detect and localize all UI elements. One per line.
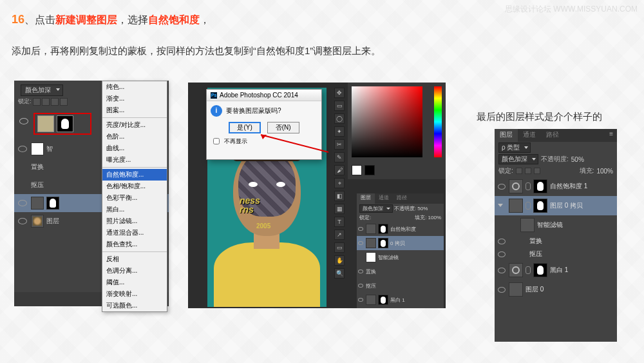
menu-item[interactable]: 纯色... (102, 81, 167, 93)
layer-row[interactable]: 智能滤镜 (357, 250, 444, 264)
menu-item[interactable]: 阈值... (102, 277, 167, 288)
eye-icon[interactable] (498, 287, 506, 293)
layer-row-vibrance[interactable]: 自然饱和度 1 (495, 177, 617, 196)
menu-item[interactable]: 亮度/对比度... (102, 119, 167, 131)
panel-menu-icon[interactable]: ≡ (605, 129, 617, 142)
layer-row-base[interactable]: 图层 0 (495, 280, 617, 299)
eye-icon[interactable] (358, 270, 363, 273)
layer-row[interactable]: 0 拷贝 (357, 236, 444, 250)
layer-thumb[interactable] (31, 215, 44, 228)
eye-icon[interactable] (498, 251, 506, 257)
eye-icon[interactable] (18, 200, 27, 206)
eye-icon[interactable] (358, 284, 363, 288)
layer-row-extrude[interactable]: 抠压 (495, 248, 617, 260)
menu-item[interactable]: 曝光度... (102, 154, 167, 166)
menu-item[interactable]: 反相 (102, 253, 167, 265)
layer-thumb[interactable] (37, 115, 54, 132)
hue-slider[interactable] (434, 86, 442, 157)
layer-row[interactable]: 置换 (357, 264, 444, 279)
gradient-tool-icon[interactable]: ▦ (334, 204, 345, 214)
adj-thumb[interactable] (509, 179, 523, 193)
menu-item[interactable]: 色调分离... (102, 265, 167, 277)
eye-icon[interactable] (18, 218, 27, 224)
layer-thumb[interactable] (509, 199, 523, 213)
lock-icon[interactable] (33, 98, 41, 106)
stamp-tool-icon[interactable]: ⌖ (334, 178, 345, 188)
mask-thumb[interactable] (46, 197, 59, 210)
mask-thumb[interactable] (533, 199, 547, 213)
eye-icon[interactable] (358, 227, 363, 231)
kind-filter-dropdown[interactable]: ρ 类型 (498, 142, 531, 153)
lock-icon[interactable] (42, 98, 50, 106)
wand-tool-icon[interactable]: ✦ (334, 126, 345, 137)
layer-row[interactable]: 自然饱和度 (357, 222, 444, 236)
zoom-tool-icon[interactable]: 🔍 (334, 268, 345, 279)
move-tool-icon[interactable]: ✥ (334, 88, 345, 98)
lock-icon[interactable] (516, 168, 522, 174)
layer-row-smart[interactable]: 智能滤镜 (495, 215, 617, 235)
disclosure-icon[interactable] (498, 204, 503, 210)
eye-icon[interactable] (498, 239, 506, 244)
layer-row-replace[interactable]: 置换 (495, 235, 617, 248)
menu-item[interactable]: 渐变... (102, 93, 167, 104)
tab-layers[interactable]: 图层 (357, 193, 375, 204)
layer-thumb[interactable] (509, 282, 523, 297)
layer-row[interactable]: 黑白 1 (357, 293, 444, 307)
mask-thumb[interactable] (533, 179, 547, 193)
tab-paths[interactable]: 路径 (393, 193, 411, 204)
lock-icon[interactable] (51, 98, 59, 106)
brush-tool-icon[interactable]: 🖌 (334, 165, 345, 175)
layer-row[interactable]: 抠压 (357, 279, 444, 293)
eye-icon[interactable] (18, 146, 27, 152)
blend-mode-dropdown[interactable]: 颜色加深 (21, 84, 63, 96)
menu-item[interactable]: 照片滤镜... (102, 215, 167, 227)
layer-mask-thumb[interactable] (57, 115, 73, 132)
type-tool-icon[interactable]: T (334, 217, 345, 227)
tab-layers[interactable]: 图层 (495, 129, 518, 142)
path-tool-icon[interactable]: ↗ (334, 230, 345, 240)
eyedropper-tool-icon[interactable]: ✎ (334, 152, 345, 162)
layer-thumb[interactable] (366, 238, 376, 248)
tab-paths[interactable]: 路径 (541, 129, 564, 142)
menu-item[interactable]: 图案... (102, 104, 167, 116)
menu-item[interactable]: 色相/饱和度... (102, 181, 167, 192)
link-icon[interactable] (526, 266, 531, 274)
layer-row-bw[interactable]: 黑白 1 (495, 260, 617, 280)
yes-button[interactable]: 是(Y) (229, 122, 260, 133)
menu-item[interactable]: 黑白... (102, 204, 167, 215)
bg-swatch[interactable] (365, 165, 375, 175)
tab-channels[interactable]: 通道 (375, 193, 393, 204)
eye-icon[interactable] (19, 118, 28, 124)
tab-channels[interactable]: 通道 (518, 129, 541, 142)
adj-thumb[interactable] (366, 224, 376, 234)
adjustment-layer-menu[interactable]: 纯色... 渐变... 图案... 亮度/对比度... 色阶... 曲线... … (102, 81, 167, 312)
link-icon[interactable] (526, 202, 531, 210)
link-icon[interactable] (526, 182, 531, 190)
blend-dropdown[interactable]: 颜色加深 (359, 204, 393, 213)
mask-thumb-highlight[interactable] (378, 238, 388, 248)
adj-thumb[interactable] (366, 295, 376, 305)
crop-tool-icon[interactable]: ✂ (334, 139, 345, 150)
menu-item[interactable]: 色彩平衡... (102, 192, 167, 204)
eye-icon[interactable] (358, 298, 363, 302)
lock-icon[interactable] (60, 98, 68, 106)
adj-thumb[interactable] (509, 263, 523, 277)
blend-dropdown[interactable]: 颜色加深 (498, 154, 538, 164)
mask-thumb[interactable] (378, 295, 388, 305)
fg-swatch[interactable] (352, 165, 362, 175)
menu-item[interactable]: 通道混合器... (102, 227, 167, 239)
smart-thumb[interactable] (366, 252, 376, 262)
menu-item[interactable]: 可选颜色... (102, 300, 167, 311)
adj-thumb[interactable] (31, 197, 44, 210)
mask-thumb-highlight[interactable] (378, 224, 388, 234)
smart-thumb[interactable] (520, 218, 535, 232)
menu-item[interactable]: 色阶... (102, 131, 167, 142)
lasso-tool-icon[interactable]: ◯ (334, 113, 345, 124)
mask-thumb[interactable] (533, 263, 547, 277)
menu-item[interactable]: 渐变映射... (102, 288, 167, 300)
eye-icon[interactable] (498, 268, 506, 273)
shape-tool-icon[interactable]: ▭ (334, 242, 345, 253)
eraser-tool-icon[interactable]: ◧ (334, 191, 345, 201)
lock-icon[interactable] (534, 168, 540, 174)
dont-show-checkbox[interactable] (213, 138, 220, 144)
